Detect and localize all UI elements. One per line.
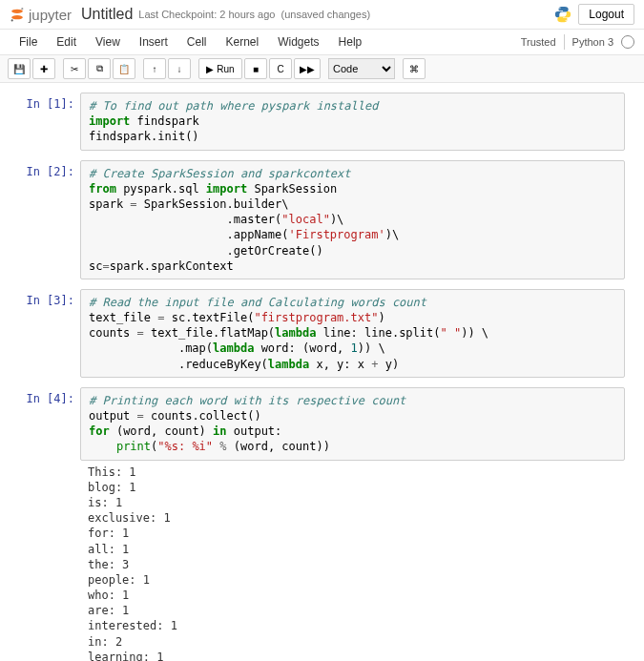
svg-point-3 <box>11 19 13 21</box>
code-cell[interactable]: In [2]:# Create SparkSession and sparkco… <box>19 160 625 279</box>
input-prompt: In [1]: <box>19 93 80 151</box>
svg-point-1 <box>11 15 23 19</box>
svg-point-4 <box>560 8 561 9</box>
run-button[interactable]: ▶ Run <box>198 58 242 79</box>
move-down-button[interactable]: ↓ <box>168 58 191 79</box>
menu-view[interactable]: View <box>86 31 130 52</box>
paste-button[interactable]: 📋 <box>113 58 135 79</box>
toolbar: 💾 ✚ ✂ ⧉ 📋 ↑ ↓ ▶ Run ■ C ▶▶ Code ⌘ <box>0 55 644 83</box>
save-button[interactable]: 💾 <box>8 58 31 79</box>
code-cell[interactable]: In [1]:# To find out path where pyspark … <box>19 93 625 151</box>
logout-button[interactable]: Logout <box>578 4 634 25</box>
cut-button[interactable]: ✂ <box>63 58 86 79</box>
python-icon <box>553 5 572 24</box>
cell-type-select[interactable]: Code <box>328 58 395 79</box>
menu-widgets[interactable]: Widgets <box>268 31 328 52</box>
move-up-button[interactable]: ↑ <box>143 58 166 79</box>
kernel-idle-icon <box>621 35 634 49</box>
menu-bar: FileEditViewInsertCellKernelWidgetsHelp … <box>0 30 644 55</box>
code-input[interactable]: # Read the input file and Calculating wo… <box>80 289 625 378</box>
menu-cell[interactable]: Cell <box>177 31 217 52</box>
svg-point-0 <box>11 10 23 13</box>
jupyter-logo[interactable]: jupyter <box>10 7 72 23</box>
code-input[interactable]: # Printing each word with its respective… <box>80 387 625 461</box>
output-prompt <box>19 461 80 661</box>
menu-insert[interactable]: Insert <box>130 31 177 52</box>
copy-button[interactable]: ⧉ <box>88 58 111 79</box>
menu-edit[interactable]: Edit <box>47 31 86 52</box>
code-cell[interactable]: In [4]:# Printing each word with its res… <box>19 387 625 661</box>
svg-point-5 <box>566 20 567 21</box>
input-prompt: In [3]: <box>19 289 80 378</box>
menu-help[interactable]: Help <box>329 31 372 52</box>
restart-run-all-button[interactable]: ▶▶ <box>294 58 321 79</box>
interrupt-button[interactable]: ■ <box>244 58 267 79</box>
menu-file[interactable]: File <box>10 31 47 52</box>
code-input[interactable]: # To find out path where pyspark install… <box>80 93 625 151</box>
checkpoint-text: Last Checkpoint: 2 hours ago (unsaved ch… <box>138 9 370 20</box>
add-cell-button[interactable]: ✚ <box>32 58 55 79</box>
restart-button[interactable]: C <box>269 58 292 79</box>
input-prompt: In [4]: <box>19 387 80 461</box>
code-cell[interactable]: In [3]:# Read the input file and Calcula… <box>19 289 625 378</box>
svg-point-2 <box>21 8 23 10</box>
jupyter-icon <box>10 7 25 22</box>
notebook-name[interactable]: Untitled <box>81 6 133 23</box>
menu-kernel[interactable]: Kernel <box>217 31 269 52</box>
code-input[interactable]: # Create SparkSession and sparkcontext f… <box>80 160 625 279</box>
kernel-name[interactable]: Python 3 <box>572 36 613 48</box>
notebook-container: In [1]:# To find out path where pyspark … <box>0 83 644 661</box>
cell-output: This: 1 blog: 1 is: 1 exclusive: 1 for: … <box>80 461 625 661</box>
separator <box>564 34 565 50</box>
trusted-indicator[interactable]: Trusted <box>521 36 556 48</box>
logo-text: jupyter <box>29 7 72 23</box>
input-prompt: In [2]: <box>19 160 80 279</box>
command-palette-button[interactable]: ⌘ <box>403 58 426 79</box>
header-bar: jupyter Untitled Last Checkpoint: 2 hour… <box>0 0 644 30</box>
